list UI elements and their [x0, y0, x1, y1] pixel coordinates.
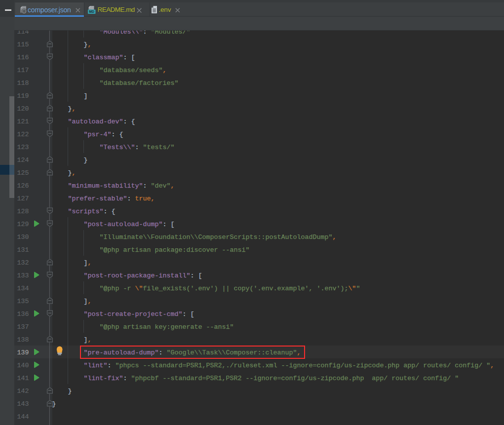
svg-text:MD: MD — [89, 10, 94, 13]
